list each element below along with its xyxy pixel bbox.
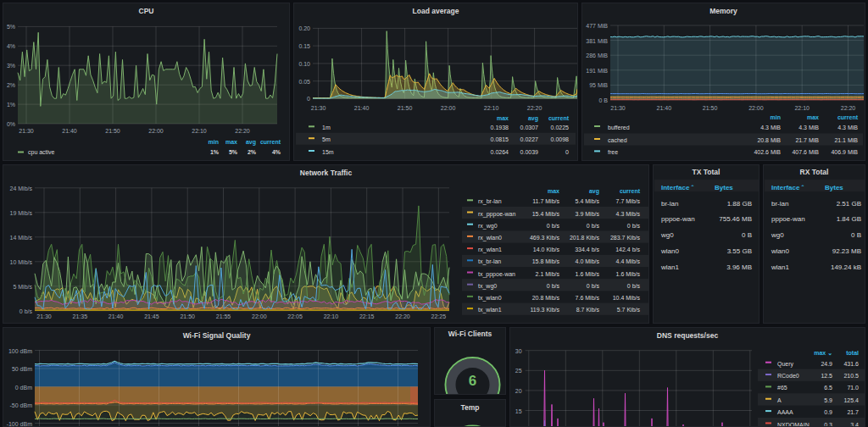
svg-text:15.8 Mib/s: 15.8 Mib/s <box>532 258 560 264</box>
svg-text:0: 0 <box>307 96 310 102</box>
svg-text:22:00: 22:00 <box>252 313 267 319</box>
svg-text:0.9: 0.9 <box>824 409 832 415</box>
svg-text:Query: Query <box>777 361 794 368</box>
svg-text:current: current <box>620 188 641 194</box>
svg-text:4%: 4% <box>272 149 281 155</box>
svg-text:21.1 MiB: 21.1 MiB <box>834 137 858 143</box>
svg-text:755.46 MB: 755.46 MB <box>719 215 752 223</box>
svg-text:2.1 Mib/s: 2.1 Mib/s <box>536 271 560 277</box>
svg-text:0%: 0% <box>7 121 15 127</box>
svg-text:6.5: 6.5 <box>824 385 832 391</box>
svg-text:0 b/s: 0 b/s <box>547 283 560 289</box>
svg-text:21.7: 21.7 <box>847 409 859 415</box>
svg-text:tx_br-lan: tx_br-lan <box>478 258 501 265</box>
svg-text:22:10: 22:10 <box>192 128 207 134</box>
svg-text:1.84 GB: 1.84 GB <box>837 215 861 223</box>
svg-text:Interface ˆ: Interface ˆ <box>661 184 694 191</box>
svg-text:22:00: 22:00 <box>148 128 164 134</box>
svg-text:0: 0 <box>565 149 569 155</box>
svg-text:5.4 Mib/s: 5.4 Mib/s <box>576 198 600 204</box>
svg-text:22:05: 22:05 <box>287 313 303 319</box>
svg-text:119.3 Kib/s: 119.3 Kib/s <box>530 307 559 313</box>
svg-text:191 MiB: 191 MiB <box>586 68 608 74</box>
svg-text:286 MiB: 286 MiB <box>586 53 608 58</box>
svg-text:cached: cached <box>608 137 627 143</box>
svg-text:Interface ˆ: Interface ˆ <box>771 184 804 191</box>
svg-text:0.0815: 0.0815 <box>491 136 509 142</box>
svg-text:0.0307: 0.0307 <box>520 125 539 130</box>
svg-text:current: current <box>837 114 859 120</box>
svg-text:12.5: 12.5 <box>821 373 832 379</box>
svg-text:22:10: 22:10 <box>484 105 499 111</box>
svg-text:22:00: 22:00 <box>441 105 456 111</box>
svg-text:max: max <box>225 139 237 145</box>
svg-text:22:20: 22:20 <box>235 128 250 134</box>
svg-text:21:50: 21:50 <box>105 128 120 134</box>
svg-text:avg: avg <box>528 115 538 122</box>
svg-text:free: free <box>608 149 618 155</box>
svg-text:RCode0: RCode0 <box>777 373 799 379</box>
svg-text:477 MiB: 477 MiB <box>586 23 608 29</box>
svg-text:Bytes: Bytes <box>715 184 733 191</box>
svg-text:0 B: 0 B <box>742 231 752 239</box>
svg-text:95 MiB: 95 MiB <box>589 82 608 88</box>
svg-text:0 B: 0 B <box>598 97 608 103</box>
svg-text:15: 15 <box>515 408 522 414</box>
svg-text:wlan1: wlan1 <box>660 263 679 271</box>
svg-text:tx_wg0: tx_wg0 <box>478 283 497 290</box>
svg-text:rx_pppoe-wan: rx_pppoe-wan <box>478 211 515 218</box>
svg-text:142.4 b/s: 142.4 b/s <box>615 247 640 252</box>
svg-text:min: min <box>771 114 781 120</box>
svg-text:1.6 Mib/s: 1.6 Mib/s <box>576 271 600 277</box>
svg-text:avg: avg <box>246 139 256 146</box>
svg-text:407.6 MiB: 407.6 MiB <box>792 149 819 155</box>
svg-text:21:40: 21:40 <box>354 105 370 111</box>
svg-text:20.8 Mib/s: 20.8 Mib/s <box>532 295 560 301</box>
svg-text:5%: 5% <box>229 149 238 155</box>
svg-text:tx_pppoe-wan: tx_pppoe-wan <box>478 271 515 278</box>
svg-text:buffered: buffered <box>608 125 630 130</box>
svg-text:tx_wlan0: tx_wlan0 <box>478 295 502 302</box>
svg-text:21:45: 21:45 <box>144 313 159 319</box>
svg-text:7.7 Mib/s: 7.7 Mib/s <box>616 198 641 204</box>
svg-text:2%: 2% <box>248 149 257 155</box>
svg-text:1.6 Mib/s: 1.6 Mib/s <box>616 271 641 277</box>
svg-text:0.3: 0.3 <box>824 422 832 427</box>
svg-text:rx_wlan1: rx_wlan1 <box>478 247 502 253</box>
svg-text:402.6 MiB: 402.6 MiB <box>754 149 781 155</box>
svg-text:125.4: 125.4 <box>843 397 859 403</box>
svg-text:0.0264: 0.0264 <box>491 149 509 155</box>
svg-text:A: A <box>777 397 782 403</box>
svg-text:wg0: wg0 <box>771 231 784 239</box>
svg-text:5.9: 5.9 <box>824 397 832 403</box>
svg-text:11.7 Mib/s: 11.7 Mib/s <box>532 198 559 204</box>
svg-text:4.3 Mib/s: 4.3 Mib/s <box>616 211 641 217</box>
svg-text:0 b/s: 0 b/s <box>627 283 641 289</box>
svg-text:30: 30 <box>515 348 522 354</box>
svg-text:14 Mib/s: 14 Mib/s <box>10 235 33 241</box>
svg-text:wlan0: wlan0 <box>771 247 789 255</box>
svg-text:2%: 2% <box>7 82 15 88</box>
svg-text:-100 dBm: -100 dBm <box>7 421 33 427</box>
svg-text:15.4 Mib/s: 15.4 Mib/s <box>532 211 560 217</box>
svg-text:20: 20 <box>515 388 522 394</box>
svg-text:0 b/s: 0 b/s <box>587 223 600 229</box>
svg-text:21:50: 21:50 <box>398 105 413 111</box>
svg-text:AAAA: AAAA <box>777 409 793 415</box>
svg-text:25: 25 <box>515 368 522 374</box>
svg-text:21:40: 21:40 <box>108 313 124 319</box>
svg-text:24.9: 24.9 <box>821 361 832 367</box>
svg-text:wlan0: wlan0 <box>660 247 679 255</box>
svg-text:21.7 MiB: 21.7 MiB <box>795 137 819 143</box>
svg-text:381 MiB: 381 MiB <box>586 38 608 44</box>
svg-text:4.0 Mib/s: 4.0 Mib/s <box>576 258 600 264</box>
svg-text:21:55: 21:55 <box>216 313 231 319</box>
svg-text:rx_wlan0: rx_wlan0 <box>478 235 502 241</box>
svg-text:8.7 Kib/s: 8.7 Kib/s <box>576 307 600 313</box>
svg-text:469.3 Kib/s: 469.3 Kib/s <box>530 235 560 241</box>
svg-text:4.3 MiB: 4.3 MiB <box>837 125 858 130</box>
svg-text:21:40: 21:40 <box>657 105 672 111</box>
svg-text:0 B: 0 B <box>851 231 861 239</box>
svg-text:max ⌄: max ⌄ <box>814 350 832 356</box>
svg-text:1%: 1% <box>7 102 15 108</box>
